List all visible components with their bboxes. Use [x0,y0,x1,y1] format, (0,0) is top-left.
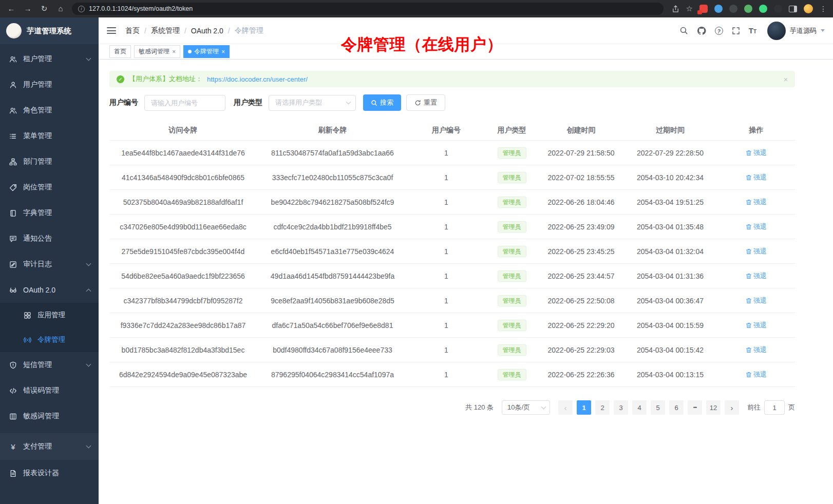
sidebar-item-user[interactable]: 用户管理 [0,72,99,98]
sidebar-item-token-manage[interactable]: 令牌管理 [0,327,99,352]
sidebar-item-tenant[interactable]: 租户管理 [0,46,99,72]
sidebar-item-app-manage[interactable]: 应用管理 [0,303,99,327]
site-info-icon[interactable] [78,6,85,12]
bookmark-star-icon[interactable] [686,4,693,13]
close-icon[interactable] [172,48,176,55]
extension-icon[interactable] [744,5,752,13]
user-menu[interactable]: 芋道源码 [767,22,825,40]
extension-icon[interactable] [699,5,708,13]
help-icon[interactable] [715,27,723,35]
side-panel-icon[interactable] [789,6,797,12]
prev-page-button[interactable] [558,400,573,415]
sidebar: 芋道管理系统 租户管理 用户管理 角色管理 菜单管理 部门管理 [0,17,99,504]
sidebar-item-error-code[interactable]: 错误码管理 [0,378,99,403]
next-page-button[interactable] [725,400,739,415]
delete-icon [746,175,752,181]
extension-icon[interactable] [774,5,782,13]
sidebar-item-dept[interactable]: 部门管理 [0,149,99,175]
reset-button[interactable]: 重置 [406,94,445,111]
force-logout-button[interactable]: 强退 [746,222,767,231]
table-row: 1ea5e44f8bc1467aaede43144f31de76 811c530… [109,141,795,165]
force-logout-button[interactable]: 强退 [746,148,767,158]
force-logout-button[interactable]: 强退 [746,321,767,330]
sidebar-item-notice[interactable]: 通知公告 [0,226,99,251]
page-button-5[interactable]: 5 [651,400,665,415]
breadcrumb-oauth2[interactable]: OAuth 2.0 [191,27,223,35]
chevron-down-icon [541,404,546,410]
delete-icon [746,273,752,279]
cell-user-id: 1 [408,247,484,256]
cell-created-time: 2022-06-25 23:44:57 [539,272,623,280]
browser-profile-avatar[interactable] [804,4,813,13]
goto-page-input[interactable] [764,400,785,415]
sidebar-item-post[interactable]: 岗位管理 [0,175,99,200]
page-size-value: 10条/页 [507,403,530,412]
user-id-label: 用户编号 [109,98,138,107]
more-pages-button[interactable] [688,400,702,415]
browser-back-button[interactable] [6,4,16,14]
force-logout-button[interactable]: 强退 [746,173,767,182]
hamburger-icon[interactable] [107,27,116,34]
extension-icon[interactable] [729,5,737,13]
force-logout-button[interactable]: 强退 [746,296,767,305]
table-row: 54d6be82ee5a460a9aedc1f9bf223656 49d1aa4… [109,264,795,288]
force-logout-button[interactable]: 强退 [746,198,767,207]
tab-home[interactable]: 首页 [109,45,131,58]
sidebar-item-dict[interactable]: 字典管理 [0,200,99,226]
extension-icon[interactable] [759,5,767,13]
sidebar-item-report-designer[interactable]: 报表设计器 [0,460,99,487]
breadcrumb-system[interactable]: 系统管理 [151,26,180,35]
cell-access-token: 6d842e2924594de9a09e45e087323abe [109,371,257,379]
page-button-3[interactable]: 3 [614,400,628,415]
user-type-select[interactable]: 请选择用户类型 [269,95,356,111]
browser-home-button[interactable] [55,4,66,14]
address-bar[interactable]: 127.0.0.1:1024/system/oauth2/token [72,3,664,15]
sidebar-item-menu[interactable]: 菜单管理 [0,123,99,149]
user-id-input[interactable] [144,95,225,111]
share-icon[interactable] [672,5,679,13]
breadcrumb-home[interactable]: 首页 [125,26,140,35]
tab-token-manage[interactable]: 令牌管理 [183,45,230,58]
sidebar-item-sms[interactable]: 短信管理 [0,352,99,378]
page-button-1[interactable]: 1 [577,400,591,415]
sidebar-item-oauth2[interactable]: OAuth 2.0 [0,277,99,303]
force-logout-button[interactable]: 强退 [746,247,767,256]
cell-access-token: 1ea5e44f8bc1467aaede43144f31de76 [109,149,257,157]
force-logout-button[interactable]: 强退 [746,272,767,281]
url-text: 127.0.0.1:1024/system/oauth2/token [89,5,193,12]
page-button-12[interactable]: 12 [706,400,721,415]
tab-sensitive-word[interactable]: 敏感词管理 [134,45,180,58]
page-button-2[interactable]: 2 [595,400,610,415]
close-icon[interactable] [783,75,788,84]
browser-forward-button[interactable] [23,4,33,14]
browser-menu-icon[interactable] [820,4,827,13]
table-row: b0d1785bc3a8482f812db4a3f3bd15ec b0df498… [109,338,795,362]
font-size-icon[interactable] [749,26,756,35]
search-button[interactable]: 搜索 [363,94,401,111]
browser-reload-button[interactable] [39,4,49,14]
extension-badge [697,10,702,14]
tab-label: 令牌管理 [194,47,219,56]
cell-user-id: 1 [408,297,484,305]
force-logout-button[interactable]: 强退 [746,345,767,355]
user-type-badge: 管理员 [498,320,526,331]
table-header: 访问令牌 刷新令牌 用户编号 用户类型 创建时间 过期时间 操作 [109,120,795,141]
page-size-select[interactable]: 10条/页 [502,400,550,415]
cell-expire-time: 2054-03-04 01:32:04 [623,247,717,256]
cell-refresh-token: 49d1aa46d1454fbd87591444423be9fa [257,272,408,280]
search-icon[interactable] [679,26,688,35]
doc-link[interactable]: https://doc.iocoder.cn/user-center/ [207,75,308,83]
github-icon[interactable] [697,26,706,35]
chevron-down-icon [86,55,91,61]
force-logout-button[interactable]: 强退 [746,370,767,379]
page-button-4[interactable]: 4 [632,400,647,415]
close-icon[interactable] [221,48,225,55]
fullscreen-icon[interactable] [732,27,740,35]
sidebar-item-audit-log[interactable]: 审计日志 [0,251,99,277]
page-button-6[interactable]: 6 [669,400,684,415]
sidebar-item-role[interactable]: 角色管理 [0,98,99,123]
sidebar-item-pay[interactable]: 支付管理 [0,433,99,460]
sidebar-item-sensitive-word[interactable]: 敏感词管理 [0,403,99,429]
app-logo[interactable]: 芋道管理系统 [0,17,99,44]
extension-icon[interactable] [714,5,723,13]
